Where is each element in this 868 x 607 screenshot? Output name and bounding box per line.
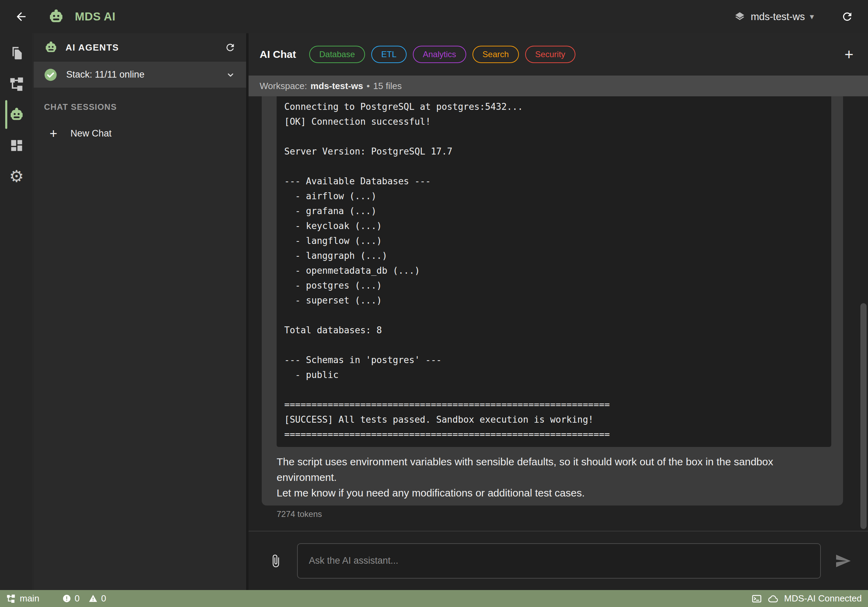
composer-bar xyxy=(248,531,868,590)
error-count: 0 xyxy=(74,593,79,604)
app-window: MDS AI mds-test-ws ▾ xyxy=(0,0,868,607)
tag-pill-security[interactable]: Security xyxy=(525,46,575,63)
workspace-name: mds-test-ws xyxy=(751,11,805,23)
rail-item-files[interactable] xyxy=(0,37,33,68)
branch-name: main xyxy=(20,593,39,604)
dashboard-icon xyxy=(9,138,24,153)
connection-status: MDS-AI Connected xyxy=(767,593,862,605)
chat-header: AI Chat Database ETL Analytics Search Se… xyxy=(248,33,868,76)
main-panel: AI Chat Database ETL Analytics Search Se… xyxy=(248,33,868,590)
branch-icon xyxy=(6,594,16,603)
workspace-info-bar: Workspace: mds-test-ws • 15 files xyxy=(248,76,868,96)
branch-indicator[interactable]: main xyxy=(6,593,39,604)
rail-item-settings[interactable]: ⚙ xyxy=(0,161,33,192)
attach-file-button[interactable] xyxy=(269,552,282,570)
robot-icon xyxy=(9,107,25,122)
layers-icon xyxy=(733,11,746,23)
add-chat-button[interactable]: + xyxy=(845,47,853,62)
warning-count: 0 xyxy=(101,593,106,604)
tag-pill-search[interactable]: Search xyxy=(473,46,519,63)
assistant-message-bubble: Connecting to PostgreSQL at postgres:543… xyxy=(262,96,843,505)
stack-status-label: Stack: 11/11 online xyxy=(66,69,144,80)
chevron-down-icon xyxy=(225,70,236,80)
gear-icon: ⚙ xyxy=(9,168,23,184)
stack-status-row[interactable]: Stack: 11/11 online xyxy=(34,62,246,88)
active-indicator xyxy=(5,100,7,129)
chat-title: AI Chat xyxy=(260,48,296,60)
rail-item-pipelines[interactable] xyxy=(0,68,33,99)
rail-item-dashboards[interactable] xyxy=(0,130,33,161)
error-icon xyxy=(62,594,71,603)
app-title: MDS AI xyxy=(75,10,115,23)
new-chat-button[interactable]: + New Chat xyxy=(34,122,246,144)
tag-pill-etl[interactable]: ETL xyxy=(371,46,407,63)
workspace-name: mds-test-ws xyxy=(311,81,363,91)
paperclip-icon xyxy=(269,552,282,570)
new-chat-label: New Chat xyxy=(70,128,112,139)
check-circle-icon xyxy=(44,68,57,81)
assistant-message-text: The script uses environment variables wi… xyxy=(277,454,828,501)
refresh-button[interactable] xyxy=(841,11,853,23)
workflow-icon xyxy=(9,76,24,91)
chat-input[interactable] xyxy=(297,543,821,579)
token-count: 7274 tokens xyxy=(277,509,828,519)
terminal-output-text: Connecting to PostgreSQL at postgres:543… xyxy=(284,99,828,442)
tag-pills: Database ETL Analytics Search Security xyxy=(309,46,575,63)
sidebar-header: AI AGENTS xyxy=(34,33,246,62)
error-indicator[interactable]: 0 xyxy=(62,593,79,604)
sidebar-refresh-button[interactable] xyxy=(225,42,236,53)
send-icon xyxy=(835,553,851,569)
dot-separator: • xyxy=(367,81,370,91)
warning-indicator[interactable]: 0 xyxy=(88,593,106,604)
tag-pill-analytics[interactable]: Analytics xyxy=(413,46,466,63)
terminal-output-block: Connecting to PostgreSQL at postgres:543… xyxy=(277,96,831,447)
chat-sessions-heading: CHAT SESSIONS xyxy=(44,102,246,112)
chevron-down-icon: ▾ xyxy=(810,12,814,22)
file-count: 15 files xyxy=(374,81,402,91)
workspace-label: Workspace: xyxy=(260,81,307,91)
vertical-scrollbar[interactable] xyxy=(860,303,866,529)
top-bar: MDS AI mds-test-ws ▾ xyxy=(0,0,868,33)
connection-label: MDS-AI Connected xyxy=(784,593,862,604)
cloud-icon xyxy=(767,593,779,605)
workspace-switcher[interactable]: mds-test-ws ▾ xyxy=(733,11,814,23)
files-icon xyxy=(9,45,24,60)
tag-pill-database[interactable]: Database xyxy=(309,46,365,63)
plus-icon: + xyxy=(50,127,57,140)
sidebar: AI AGENTS Stack: 11/11 online CHAT SESSI… xyxy=(34,33,246,590)
robot-icon xyxy=(44,40,58,54)
warning-icon xyxy=(88,593,98,604)
robot-logo-icon xyxy=(48,8,65,25)
rail-item-ai-agents[interactable] xyxy=(0,99,33,130)
chat-message-area: Connecting to PostgreSQL at postgres:543… xyxy=(248,96,868,531)
terminal-icon[interactable] xyxy=(752,593,762,604)
sidebar-title: AI AGENTS xyxy=(65,42,119,53)
icon-rail: ⚙ xyxy=(0,33,33,590)
back-arrow-icon[interactable] xyxy=(15,10,28,23)
status-bar: main 0 0 xyxy=(0,590,868,607)
send-button[interactable] xyxy=(835,553,851,569)
